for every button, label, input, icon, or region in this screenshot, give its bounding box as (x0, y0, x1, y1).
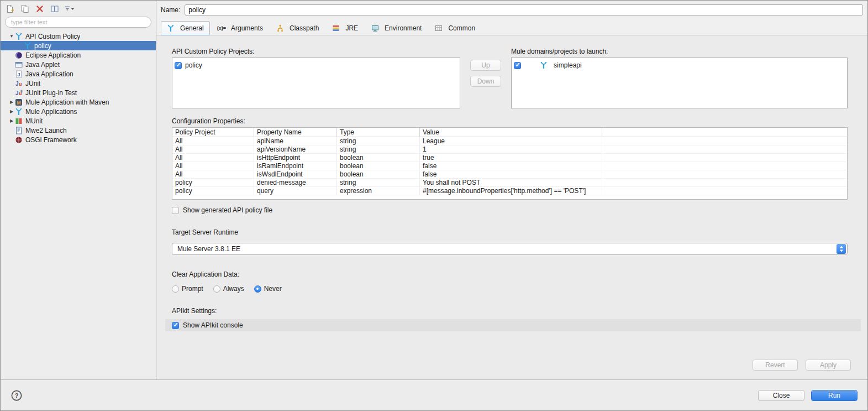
filter-menu-icon[interactable] (64, 4, 75, 14)
tree-item-label: JUnit Plug-in Test (25, 89, 77, 97)
tab-classpath[interactable]: Classpath (270, 21, 325, 35)
target-server-combo[interactable]: Mule Server 3.8.1 EE (172, 243, 848, 255)
combo-stepper-icon[interactable] (837, 244, 846, 254)
new-config-icon[interactable] (4, 4, 15, 14)
configuration-properties-table: Policy ProjectProperty NameTypeValue All… (172, 127, 848, 200)
tree-item-mule-application-with-maven[interactable]: ▶MMule Application with Maven (1, 97, 156, 107)
radio-button-icon[interactable] (213, 285, 220, 293)
revert-apply-buttons: Revert Apply (753, 360, 851, 371)
tree-item-java-application[interactable]: JJava Application (1, 69, 156, 79)
svg-text:J: J (15, 81, 19, 87)
table-row[interactable]: policydenied-messagestringYou shall not … (172, 179, 847, 187)
table-row[interactable]: policyqueryexpression#[message.inboundPr… (172, 187, 847, 195)
arguments-icon: (x)= (217, 24, 226, 32)
table-cell: All (172, 162, 254, 170)
tree-item-junit-plug-in-test[interactable]: JuJUnit Plug-in Test (1, 88, 156, 97)
apikit-console-row[interactable]: Show APIkit console (165, 319, 861, 331)
junit-plugin-icon: Ju (15, 89, 23, 97)
policy-projects-section: API Custom Policy Projects: policy (172, 48, 460, 108)
show-generated-row[interactable]: Show generated API policy file (172, 206, 272, 214)
column-header-property-name[interactable]: Property Name (254, 128, 337, 137)
table-row[interactable]: AllapiNamestringLeague (172, 137, 847, 145)
table-row[interactable]: AllisWsdlEndpointbooleanfalse (172, 170, 847, 179)
tree-item-eclipse-application[interactable]: Eclipse Application (1, 50, 156, 60)
apikit-console-checkbox[interactable] (172, 322, 179, 329)
tree-item-osgi-framework[interactable]: OSGi Framework (1, 135, 156, 144)
table-cell: All (172, 170, 254, 178)
table-cell: boolean (337, 170, 420, 178)
delete-config-icon[interactable] (34, 4, 45, 14)
table-header-row: Policy ProjectProperty NameTypeValue (172, 128, 847, 137)
table-cell: apiName (254, 137, 337, 145)
mule-domains-list[interactable]: simpleapi (511, 58, 848, 108)
tree-item-label: API Custom Policy (25, 33, 80, 40)
table-row[interactable]: AllapiVersionNamestring1 (172, 145, 847, 154)
radio-button-icon[interactable] (254, 285, 261, 293)
table-cell-filler (602, 170, 847, 178)
tree-item-mwe2-launch[interactable]: Mwe2 Launch (1, 126, 156, 135)
policy-projects-label: API Custom Policy Projects: (172, 48, 460, 55)
radio-prompt[interactable]: Prompt (172, 285, 203, 293)
table-cell: policy (172, 179, 254, 186)
item-checkbox[interactable] (175, 62, 182, 69)
sidebar-toolbar (1, 1, 156, 15)
run-button[interactable]: Run (811, 390, 858, 401)
table-cell: apiVersionName (254, 145, 337, 153)
radio-never[interactable]: Never (254, 285, 282, 293)
tree-item-policy[interactable]: policy (1, 41, 156, 50)
revert-button[interactable]: Revert (753, 360, 798, 371)
column-header-policy-project[interactable]: Policy Project (172, 128, 254, 137)
dialog-body: ▼API Custom PolicypolicyEclipse Applicat… (1, 1, 867, 379)
radio-always[interactable]: Always (213, 285, 244, 293)
show-generated-checkbox[interactable] (172, 207, 179, 214)
tree-item-label: Mule Applications (25, 108, 77, 116)
collapse-all-icon[interactable] (49, 4, 60, 14)
svg-text:M: M (17, 100, 20, 105)
disclosure-collapsed-icon[interactable]: ▶ (8, 107, 15, 116)
column-header-filler (602, 128, 847, 137)
filter-input[interactable] (5, 17, 151, 28)
java-icon: J (15, 70, 23, 78)
name-input[interactable] (185, 4, 863, 15)
tab-environment[interactable]: Environment (365, 21, 428, 35)
tree-item-junit[interactable]: JuJUnit (1, 79, 156, 88)
general-tab-content: API Custom Policy Projects: policy Up Do… (156, 35, 867, 379)
column-header-value[interactable]: Value (420, 128, 602, 137)
help-icon[interactable]: ? (10, 389, 23, 402)
table-cell: isWsdlEndpoint (254, 170, 337, 178)
tree-item-label: policy (34, 42, 51, 50)
tab-common[interactable]: Common (429, 21, 481, 35)
tab-jre[interactable]: JRE (326, 21, 364, 35)
up-button[interactable]: Up (470, 60, 501, 71)
disclosure-collapsed-icon[interactable]: ▶ (8, 116, 15, 126)
tab-label: JRE (345, 24, 358, 32)
tree-item-label: Mwe2 Launch (25, 127, 67, 134)
radio-button-icon[interactable] (172, 285, 179, 293)
list-item-label: simpleapi (554, 61, 582, 69)
table-cell: League (420, 137, 602, 145)
tree-item-munit[interactable]: ▶MUnit (1, 116, 156, 126)
close-button[interactable]: Close (758, 390, 804, 401)
list-item-simpleapi[interactable]: simpleapi (514, 60, 845, 70)
tree-item-api-custom-policy[interactable]: ▼API Custom Policy (1, 32, 156, 41)
duplicate-config-icon[interactable] (19, 4, 30, 14)
tab-arguments[interactable]: (x)=Arguments (211, 21, 269, 35)
tab-label: Arguments (231, 24, 263, 32)
apply-button[interactable]: Apply (806, 360, 851, 371)
mule-domains-section: Mule domains/projects to launch: simplea… (511, 48, 848, 108)
top-lists-row: API Custom Policy Projects: policy Up Do… (172, 48, 848, 108)
table-row[interactable]: AllisRamlEndpointbooleanfalse (172, 162, 847, 170)
tree-item-mule-applications[interactable]: ▶Mule Applications (1, 107, 156, 116)
disclosure-expanded-icon[interactable]: ▼ (8, 32, 15, 41)
policy-projects-list[interactable]: policy (172, 58, 460, 108)
disclosure-collapsed-icon[interactable]: ▶ (8, 97, 15, 107)
list-item-policy[interactable]: policy (175, 60, 457, 70)
tab-general[interactable]: General (161, 21, 210, 35)
table-cell: denied-message (254, 179, 337, 186)
tree-item-java-applet[interactable]: Java Applet (1, 60, 156, 69)
table-row[interactable]: AllisHttpEndpointbooleantrue (172, 154, 847, 162)
down-button[interactable]: Down (470, 76, 501, 87)
column-header-type[interactable]: Type (337, 128, 420, 137)
environment-icon (371, 24, 379, 32)
item-checkbox[interactable] (514, 62, 521, 69)
